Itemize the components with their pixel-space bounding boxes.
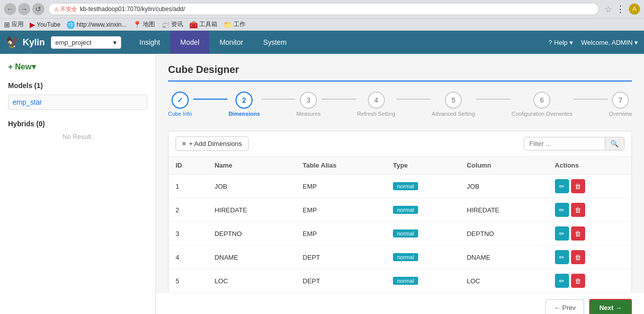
sidebar-item-emp-star[interactable]: emp_star [8, 95, 147, 110]
step-circle-measures[interactable]: 3 [300, 92, 317, 109]
edit-button[interactable]: ✏ [555, 226, 569, 241]
dimensions-table-area: ≡ + Add Dimensions 🔍 ID Name Table Alias [168, 131, 632, 292]
step-label-measures: Measures [296, 111, 320, 117]
work-icon: 📁 [223, 21, 232, 29]
new-button[interactable]: + New▾ [8, 62, 147, 71]
bookmark-apps[interactable]: ⊞ 应用 [4, 20, 24, 29]
add-icon: ≡ [182, 140, 186, 147]
col-id: ID [169, 156, 207, 175]
help-dropdown-icon: ▾ [570, 39, 573, 46]
bookmark-tools[interactable]: 🧰 工具箱 [189, 20, 217, 29]
cell-table-alias: EMP [296, 198, 386, 222]
nav-system[interactable]: System [253, 31, 297, 54]
delete-button[interactable]: 🗑 [571, 226, 585, 241]
help-icon: ? [548, 39, 552, 46]
filter-input[interactable] [524, 137, 605, 150]
cell-name: DEPTNO [207, 222, 295, 246]
cell-type: normal [386, 222, 460, 246]
edit-button[interactable]: ✏ [555, 250, 569, 264]
bookmark-work-label: 工作 [233, 20, 246, 29]
next-button[interactable]: Next → [589, 299, 632, 314]
cell-type: normal [386, 269, 460, 293]
url-bar[interactable]: ⚠ 不安全 kb-testhadoop01:7070/kylin/cubes/a… [48, 3, 599, 15]
cell-table-alias: DEPT [296, 246, 386, 269]
cell-actions: ✏ 🗑 [548, 175, 631, 198]
edit-button[interactable]: ✏ [555, 179, 569, 193]
step-circle-advanced[interactable]: 5 [445, 92, 462, 109]
nav-insight[interactable]: Insight [129, 31, 170, 54]
reload-button[interactable]: ↺ [32, 3, 44, 15]
project-value: emp_project [55, 39, 92, 46]
extensions-icon[interactable]: ⋮ [616, 4, 625, 15]
cell-name: JOB [207, 175, 295, 198]
col-column: Column [460, 156, 548, 175]
app-navbar: 🦅 Kylin emp_project ▾ Insight Model Moni… [0, 31, 644, 54]
cell-table-alias: EMP [296, 175, 386, 198]
cell-table-alias: DEPT [296, 269, 386, 293]
tools-icon: 🧰 [189, 21, 198, 29]
sidebar: + New▾ Models (1) emp_star Hybrids (0) N… [0, 54, 156, 314]
step-circle-overview[interactable]: 7 [612, 92, 629, 109]
forward-button[interactable]: → [18, 3, 30, 15]
bookmark-star[interactable]: ☆ [605, 5, 612, 14]
logo-icon: 🦅 [6, 36, 20, 49]
project-selector[interactable]: emp_project ▾ [51, 36, 121, 49]
delete-button[interactable]: 🗑 [571, 203, 585, 217]
step-circle-cube-info[interactable]: ✓ [172, 92, 189, 109]
stepper: ✓ Cube Info 2 Dimensions 3 Measures [168, 92, 632, 117]
delete-button[interactable]: 🗑 [571, 274, 585, 288]
col-type: Type [386, 156, 460, 175]
bookmark-maps[interactable]: 📍 地图 [133, 20, 155, 29]
filter-search-button[interactable]: 🔍 [605, 137, 624, 150]
cell-column: LOC [460, 269, 548, 293]
step-label-dimensions: Dimensions [228, 111, 260, 117]
cell-actions: ✏ 🗑 [548, 198, 631, 222]
prev-button[interactable]: ← Prev [545, 299, 584, 314]
bookmark-info[interactable]: 📰 资讯 [161, 20, 183, 29]
apps-icon: ⊞ [4, 21, 10, 29]
step-refresh-setting: 4 Refresh Setting [357, 92, 395, 117]
hybrids-section-title: Hybrids (0) [8, 120, 147, 128]
delete-button[interactable]: 🗑 [571, 179, 585, 193]
content-area: Cube Designer ✓ Cube Info 2 Dimensions 3 [156, 54, 644, 292]
url-text: kb-testhadoop01:7070/kylin/cubes/add/ [80, 6, 185, 13]
step-line-5 [476, 99, 510, 100]
cell-column: DNAME [460, 246, 548, 269]
bookmark-youtube[interactable]: ▶ YouTube [30, 21, 60, 29]
back-button[interactable]: ← [4, 3, 16, 15]
step-line-1 [193, 99, 227, 100]
add-dimensions-button[interactable]: ≡ + Add Dimensions [176, 136, 249, 151]
step-label-refresh: Refresh Setting [357, 111, 395, 117]
cell-name: HIREDATE [207, 198, 295, 222]
user-avatar[interactable]: A [629, 4, 640, 15]
table-toolbar: ≡ + Add Dimensions 🔍 [169, 131, 631, 156]
bookmarks-bar: ⊞ 应用 ▶ YouTube 🌐 http://www.xinxin... 📍 … [0, 19, 644, 31]
cell-name: DNAME [207, 246, 295, 269]
step-circle-dimensions[interactable]: 2 [235, 92, 253, 109]
cell-id: 5 [169, 269, 207, 293]
step-circle-config[interactable]: 6 [533, 92, 550, 109]
cell-type: normal [386, 246, 460, 269]
edit-button[interactable]: ✏ [555, 274, 569, 288]
main-layout: + New▾ Models (1) emp_star Hybrids (0) N… [0, 54, 644, 314]
edit-button[interactable]: ✏ [555, 203, 569, 217]
bookmark-xinxin[interactable]: 🌐 http://www.xinxin... [66, 21, 126, 29]
table-row: 2 HIREDATE EMP normal HIREDATE ✏ 🗑 [169, 198, 631, 222]
add-dimensions-label: + Add Dimensions [189, 140, 242, 147]
dimensions-table: ID Name Table Alias Type Column Actions … [169, 156, 631, 292]
welcome-label[interactable]: Welcome, ADMIN ▾ [581, 39, 638, 46]
step-line-2 [261, 99, 295, 100]
bookmark-info-label: 资讯 [171, 20, 183, 29]
step-label-overview: Overview [609, 111, 632, 117]
xinxin-icon: 🌐 [66, 21, 75, 29]
delete-button[interactable]: 🗑 [571, 250, 585, 264]
step-advanced-setting: 5 Advanced Setting [432, 92, 475, 117]
table-row: 1 JOB EMP normal JOB ✏ 🗑 [169, 175, 631, 198]
project-dropdown-icon: ▾ [113, 39, 117, 46]
bookmark-work[interactable]: 📁 工作 [223, 20, 246, 29]
help-button[interactable]: ? Help ▾ [548, 39, 573, 46]
nav-model[interactable]: Model [170, 31, 209, 54]
nav-monitor[interactable]: Monitor [209, 31, 253, 54]
step-circle-refresh[interactable]: 4 [368, 92, 385, 109]
bookmark-youtube-label: YouTube [37, 21, 60, 28]
